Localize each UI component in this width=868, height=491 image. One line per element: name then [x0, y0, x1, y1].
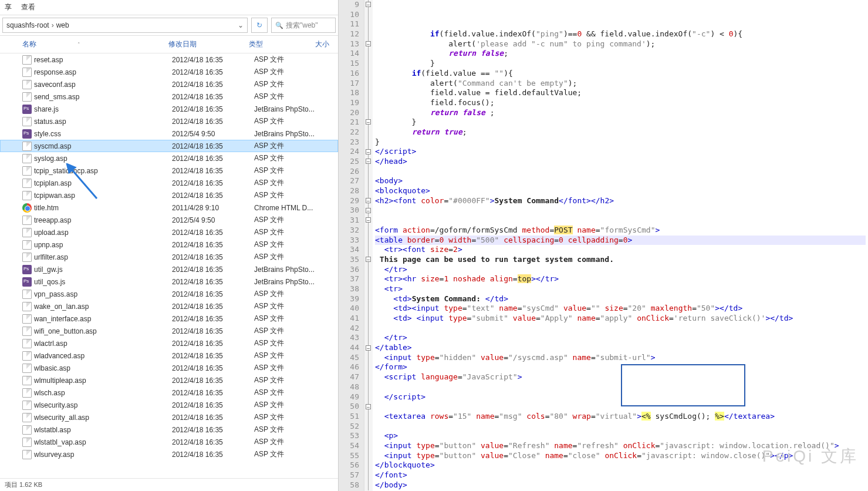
- code-line[interactable]: return false ;: [375, 108, 866, 118]
- file-row[interactable]: syslog.asp2012/4/18 16:35ASP 文件: [0, 152, 338, 164]
- code-line[interactable]: alert('please add "-c num" to ping comma…: [375, 39, 866, 49]
- code-line[interactable]: <input type="hidden" value="/syscmd.asp"…: [375, 353, 866, 363]
- fold-toggle-icon[interactable]: −: [366, 404, 371, 409]
- file-row[interactable]: wlbasic.asp2012/4/18 16:35ASP 文件: [0, 362, 338, 374]
- file-row[interactable]: tcpiplan.asp2012/4/18 16:35ASP 文件: [0, 177, 338, 189]
- file-row[interactable]: wlsurvey.asp2012/4/18 16:35ASP 文件: [0, 448, 338, 460]
- file-row[interactable]: response.asp2012/4/18 16:35ASP 文件: [0, 66, 338, 78]
- search-input[interactable]: 🔍 搜索"web": [271, 18, 336, 33]
- code-line[interactable]: <textarea rows="15" name="msg" cols="80"…: [375, 412, 866, 422]
- code-line[interactable]: alert("Command can't be empty");: [375, 79, 866, 89]
- code-line[interactable]: </tr>: [375, 265, 866, 275]
- fold-toggle-icon[interactable]: −: [366, 149, 371, 154]
- code-line[interactable]: <input type="button" value="Close" name=…: [375, 451, 866, 461]
- file-row[interactable]: share.js2012/4/18 16:35JetBrains PhpSto.…: [0, 103, 338, 115]
- file-row[interactable]: treeapp.asp2012/5/4 9:50ASP 文件: [0, 214, 338, 226]
- code-line[interactable]: <script language="JavaScript">: [375, 372, 866, 382]
- code-line[interactable]: </body>: [375, 480, 866, 490]
- file-row[interactable]: status.asp2012/4/18 16:35ASP 文件: [0, 115, 338, 127]
- code-line[interactable]: <h2><font color="#0000FF">System Command…: [375, 196, 866, 206]
- code-line[interactable]: if(field.value.indexOf("ping")==0 && fie…: [375, 29, 866, 39]
- code-line[interactable]: field.focus();: [375, 98, 866, 108]
- code-line[interactable]: }: [375, 117, 866, 127]
- code-area[interactable]: if(field.value.indexOf("ping")==0 && fie…: [373, 0, 868, 491]
- code-line[interactable]: <blockquote>: [375, 186, 866, 196]
- chevron-down-icon[interactable]: ⌄: [238, 21, 244, 29]
- fold-toggle-icon[interactable]: −: [366, 217, 371, 223]
- file-row[interactable]: upnp.asp2012/4/18 16:35ASP 文件: [0, 238, 338, 251]
- file-row[interactable]: wlactrl.asp2012/4/18 16:35ASP 文件: [0, 337, 338, 349]
- fold-toggle-icon[interactable]: −: [366, 198, 371, 203]
- file-row[interactable]: wlstatbl_vap.asp2012/4/18 16:35ASP 文件: [0, 436, 338, 448]
- refresh-button[interactable]: ↻: [251, 18, 268, 33]
- column-type[interactable]: 类型: [249, 39, 315, 49]
- file-row[interactable]: wake_on_lan.asp2012/4/18 16:35ASP 文件: [0, 300, 338, 312]
- code-line[interactable]: <p>: [375, 431, 866, 441]
- file-row[interactable]: style.css2012/5/4 9:50JetBrains PhpSto..…: [0, 127, 338, 140]
- code-line[interactable]: return true;: [375, 127, 866, 137]
- file-row[interactable]: urlfilter.asp2012/4/18 16:35ASP 文件: [0, 251, 338, 263]
- breadcrumb-1[interactable]: squashfs-root: [6, 21, 49, 29]
- code-line[interactable]: }: [375, 59, 866, 69]
- file-row[interactable]: reset.asp2012/4/18 16:35ASP 文件: [0, 53, 338, 66]
- code-line[interactable]: <table border=0 width="500" cellspacing=…: [375, 236, 866, 246]
- code-line[interactable]: [375, 382, 866, 392]
- fold-toggle-icon[interactable]: −: [366, 2, 371, 7]
- code-line[interactable]: <td> <input type="submit" value="Apply" …: [375, 314, 866, 324]
- file-row[interactable]: wifi_one_button.asp2012/4/18 16:35ASP 文件: [0, 325, 338, 337]
- code-line[interactable]: <body>: [375, 176, 866, 186]
- file-row[interactable]: util_qos.js2012/4/18 16:35JetBrains PhpS…: [0, 275, 338, 288]
- code-line[interactable]: </tr>: [375, 333, 866, 343]
- fold-toggle-icon[interactable]: −: [366, 208, 371, 213]
- file-row[interactable]: wlmultipleap.asp2012/4/18 16:35ASP 文件: [0, 374, 338, 386]
- file-row[interactable]: saveconf.asp2012/4/18 16:35ASP 文件: [0, 78, 338, 90]
- code-line[interactable]: <tr>: [375, 284, 866, 294]
- code-line[interactable]: [375, 206, 866, 216]
- fold-toggle-icon[interactable]: −: [366, 345, 371, 351]
- code-line[interactable]: <input type="button" value="Refresh" nam…: [375, 441, 866, 451]
- code-line[interactable]: <tr><font size=2>: [375, 245, 866, 255]
- file-row[interactable]: wlsecurity.asp2012/4/18 16:35ASP 文件: [0, 399, 338, 411]
- code-line[interactable]: </head>: [375, 157, 866, 167]
- code-line[interactable]: </form>: [375, 362, 866, 372]
- code-line[interactable]: if(field.value == ""){: [375, 69, 866, 79]
- code-line[interactable]: [375, 324, 866, 334]
- column-size[interactable]: 大小: [315, 39, 338, 49]
- code-line[interactable]: [375, 422, 866, 432]
- file-row[interactable]: syscmd.asp2012/4/18 16:35ASP 文件: [0, 140, 338, 152]
- file-row[interactable]: wlsch.asp2012/4/18 16:35ASP 文件: [0, 386, 338, 399]
- code-line[interactable]: This page can be used to run target syst…: [375, 255, 866, 265]
- fold-toggle-icon[interactable]: −: [366, 119, 371, 125]
- menu-view[interactable]: 查看: [21, 2, 35, 12]
- fold-column[interactable]: −−−−−−−−−−−: [364, 0, 373, 491]
- file-row[interactable]: wlsecurity_all.asp2012/4/18 16:35ASP 文件: [0, 411, 338, 423]
- file-row[interactable]: tcpipwan.asp2012/4/18 16:35ASP 文件: [0, 189, 338, 201]
- code-line[interactable]: <td>System Command: </td>: [375, 294, 866, 304]
- code-line[interactable]: </table>: [375, 343, 866, 353]
- code-line[interactable]: [375, 216, 866, 226]
- breadcrumb-2[interactable]: web: [56, 21, 69, 29]
- file-row[interactable]: upload.asp2012/4/18 16:35ASP 文件: [0, 226, 338, 238]
- code-line[interactable]: return false;: [375, 49, 866, 59]
- code-line[interactable]: <td><input type="text" name="sysCmd" val…: [375, 304, 866, 314]
- address-bar[interactable]: squashfs-root › web ⌄: [2, 18, 248, 33]
- file-row[interactable]: tcpip_staticdhcp.asp2012/4/18 16:35ASP 文…: [0, 164, 338, 177]
- code-line[interactable]: </blockquote>: [375, 460, 866, 470]
- fold-toggle-icon[interactable]: −: [366, 257, 371, 262]
- code-line[interactable]: }: [375, 137, 866, 147]
- column-date[interactable]: 修改日期: [168, 39, 249, 49]
- code-line[interactable]: </script>: [375, 147, 866, 157]
- code-line[interactable]: [375, 402, 866, 412]
- menu-share[interactable]: 享: [5, 2, 12, 12]
- file-row[interactable]: wan_interface.asp2012/4/18 16:35ASP 文件: [0, 312, 338, 325]
- code-line[interactable]: <form action=/goform/formSysCmd method=P…: [375, 226, 866, 236]
- code-line[interactable]: </script>: [375, 392, 866, 402]
- code-line[interactable]: [375, 167, 866, 177]
- file-list[interactable]: reset.asp2012/4/18 16:35ASP 文件response.a…: [0, 53, 338, 478]
- column-name[interactable]: 名称˄: [22, 39, 168, 49]
- code-line[interactable]: field.value = field.defaultValue;: [375, 88, 866, 98]
- code-line[interactable]: </font>: [375, 470, 866, 480]
- fold-toggle-icon[interactable]: −: [366, 159, 371, 164]
- file-row[interactable]: vpn_pass.asp2012/4/18 16:35ASP 文件: [0, 288, 338, 300]
- file-row[interactable]: wlstatbl.asp2012/4/18 16:35ASP 文件: [0, 423, 338, 436]
